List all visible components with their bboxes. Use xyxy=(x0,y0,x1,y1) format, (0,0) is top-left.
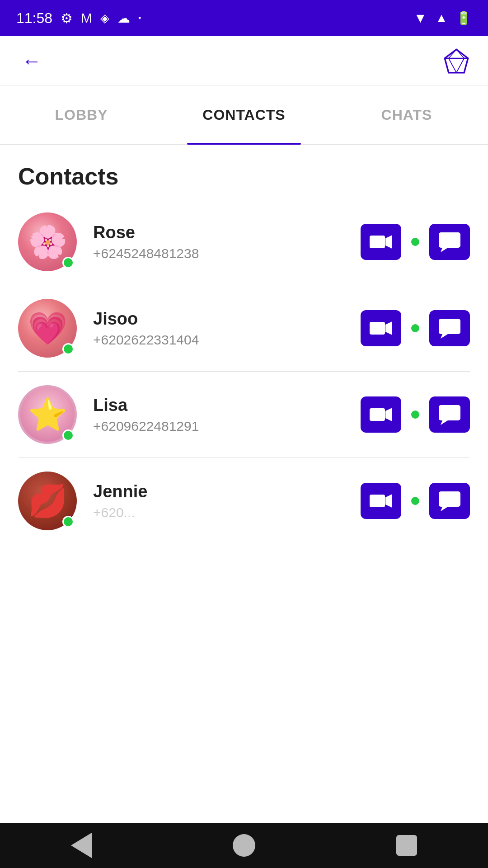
contact-name-jisoo: Jisoo xyxy=(93,309,344,329)
video-icon xyxy=(369,493,393,509)
bottom-navigation xyxy=(0,823,488,868)
online-indicator-rose xyxy=(62,257,74,269)
contact-info-rose: Rose +6245248481238 xyxy=(93,223,344,261)
back-nav-icon xyxy=(71,833,92,858)
avatar-wrap-lisa xyxy=(18,385,77,444)
contact-phone-jennie: +620... xyxy=(93,505,344,520)
tab-contacts[interactable]: CONTACTS xyxy=(163,86,325,144)
recent-nav-icon xyxy=(396,835,417,856)
contact-phone-rose: +6245248481238 xyxy=(93,246,344,261)
chat-icon xyxy=(438,318,461,339)
svg-rect-25 xyxy=(439,491,460,507)
svg-rect-23 xyxy=(370,495,385,507)
online-indicator-jisoo xyxy=(62,343,74,355)
dot-icon: • xyxy=(138,14,141,23)
tab-lobby[interactable]: LOBBY xyxy=(0,86,163,144)
contact-info-lisa: Lisa +6209622481291 xyxy=(93,396,344,434)
video-call-button-lisa[interactable] xyxy=(361,396,401,433)
contact-info-jennie: Jennie +620... xyxy=(93,482,344,520)
contact-item: Jennie +620... xyxy=(18,458,470,544)
svg-rect-28 xyxy=(442,500,452,502)
contact-phone-jisoo: +6202622331404 xyxy=(93,332,344,348)
svg-rect-22 xyxy=(442,414,452,416)
contact-actions-lisa xyxy=(361,396,470,433)
video-icon xyxy=(369,234,393,250)
back-button[interactable]: ← xyxy=(18,47,45,75)
contact-actions-rose xyxy=(361,224,470,260)
svg-marker-24 xyxy=(385,494,392,508)
svg-marker-0 xyxy=(445,49,468,72)
svg-marker-18 xyxy=(385,408,392,421)
content-area: Contacts Rose +6245248481238 xyxy=(0,145,488,544)
svg-rect-27 xyxy=(442,496,456,498)
svg-marker-20 xyxy=(441,420,448,425)
online-dot-rose xyxy=(411,238,419,246)
nav-home-button[interactable] xyxy=(228,830,260,861)
online-indicator-jennie xyxy=(62,516,74,528)
svg-marker-8 xyxy=(441,248,448,252)
svg-marker-6 xyxy=(385,235,392,249)
contact-list: Rose +6245248481238 xyxy=(18,199,470,544)
gear-icon: ⚙ xyxy=(61,10,73,26)
online-indicator-lisa xyxy=(62,429,74,441)
diamond-app-icon: ◈ xyxy=(100,11,109,25)
svg-rect-15 xyxy=(442,323,456,325)
online-dot-lisa xyxy=(411,410,419,419)
chat-button-jennie[interactable] xyxy=(429,483,470,519)
diamond-svg-icon xyxy=(443,45,470,77)
svg-rect-10 xyxy=(442,241,452,243)
tab-bar: LOBBY CONTACTS CHATS xyxy=(0,86,488,145)
svg-rect-7 xyxy=(439,232,460,248)
status-bar: 11:58 ⚙ M ◈ ☁ • ▼ ▲ 🔋 xyxy=(0,0,488,36)
contact-item: Lisa +6209622481291 xyxy=(18,372,470,458)
video-call-button-jennie[interactable] xyxy=(361,483,401,519)
video-icon xyxy=(369,320,393,336)
online-dot-jisoo xyxy=(411,324,419,332)
contact-name-lisa: Lisa xyxy=(93,396,344,415)
video-call-button-rose[interactable] xyxy=(361,224,401,260)
chat-icon xyxy=(438,404,461,425)
top-bar: ← xyxy=(0,36,488,86)
contact-name-jennie: Jennie xyxy=(93,482,344,501)
battery-icon: 🔋 xyxy=(456,11,472,26)
nav-recent-button[interactable] xyxy=(391,830,422,861)
chat-icon xyxy=(438,231,461,252)
status-time: 11:58 xyxy=(16,10,52,27)
signal-icon: ▲ xyxy=(435,11,448,25)
svg-marker-12 xyxy=(385,321,392,335)
avatar-wrap-rose xyxy=(18,212,77,271)
svg-rect-21 xyxy=(442,410,456,411)
nav-back-button[interactable] xyxy=(66,830,97,861)
contact-item: Jisoo +6202622331404 xyxy=(18,285,470,372)
contact-phone-lisa: +6209622481291 xyxy=(93,419,344,434)
chat-button-jisoo[interactable] xyxy=(429,310,470,346)
tab-chats[interactable]: CHATS xyxy=(325,86,488,144)
cloud-icon: ☁ xyxy=(117,11,130,26)
contact-actions-jennie xyxy=(361,483,470,519)
svg-rect-16 xyxy=(442,328,452,330)
svg-rect-17 xyxy=(370,408,385,421)
chat-icon xyxy=(438,491,461,511)
section-title: Contacts xyxy=(18,163,470,190)
online-dot-jennie xyxy=(411,497,419,505)
contact-item: Rose +6245248481238 xyxy=(18,199,470,285)
home-nav-icon xyxy=(233,834,255,857)
svg-marker-26 xyxy=(441,507,448,511)
avatar-wrap-jisoo xyxy=(18,299,77,358)
svg-rect-13 xyxy=(439,319,460,334)
svg-rect-9 xyxy=(442,237,456,239)
svg-marker-14 xyxy=(441,334,448,339)
contact-actions-jisoo xyxy=(361,310,470,346)
chat-button-rose[interactable] xyxy=(429,224,470,260)
video-call-button-jisoo[interactable] xyxy=(361,310,401,346)
contact-info-jisoo: Jisoo +6202622331404 xyxy=(93,309,344,348)
svg-rect-11 xyxy=(370,322,385,335)
svg-rect-19 xyxy=(439,405,460,420)
video-icon xyxy=(369,406,393,423)
chat-button-lisa[interactable] xyxy=(429,396,470,433)
back-arrow-icon: ← xyxy=(22,50,42,72)
gmail-icon: M xyxy=(81,10,92,26)
diamond-logo xyxy=(443,47,470,75)
svg-rect-5 xyxy=(370,236,385,248)
avatar-wrap-jennie xyxy=(18,472,77,530)
